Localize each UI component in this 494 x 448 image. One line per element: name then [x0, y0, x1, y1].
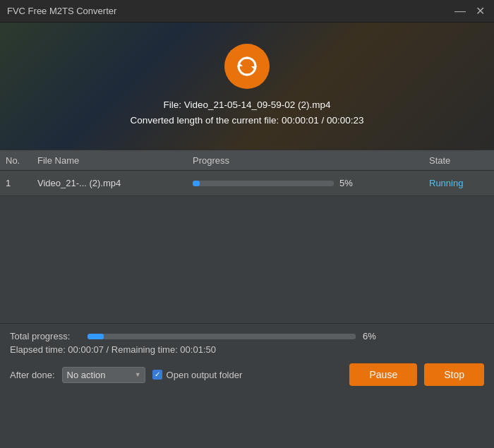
after-done-label: After done:: [10, 370, 55, 380]
empty-area: [0, 196, 494, 323]
file-progress-bar-fill: [193, 181, 200, 186]
convert-icon-circle: [224, 44, 270, 89]
open-folder-label: Open output folder: [167, 370, 243, 380]
col-filename: File Name: [32, 155, 187, 166]
total-progress-label: Total progress:: [10, 331, 80, 341]
converted-length-label: Converted length of the current file: 00…: [131, 113, 364, 128]
col-no: No.: [0, 155, 32, 166]
total-progress-bar-bg: [88, 334, 356, 339]
table-header: No. File Name Progress State: [0, 150, 494, 171]
convert-icon: [234, 54, 260, 79]
close-button[interactable]: ✕: [473, 4, 487, 18]
after-done-select-wrapper[interactable]: No action Exit application Shut down Hib…: [62, 367, 145, 383]
row-filename: Video_21-... (2).mp4: [32, 178, 187, 188]
col-progress: Progress: [187, 155, 423, 166]
pause-button[interactable]: Pause: [349, 363, 417, 386]
stop-button[interactable]: Stop: [424, 363, 484, 386]
row-state: Running: [423, 178, 494, 188]
total-progress-bar-fill: [88, 334, 104, 339]
col-state: State: [423, 155, 494, 166]
row-progress-cell: 5%: [187, 178, 423, 188]
minimize-button[interactable]: —: [453, 4, 467, 18]
bottom-section: Total progress: 6% Elapsed time: 00:00:0…: [0, 323, 494, 394]
svg-marker-1: [251, 66, 255, 71]
action-row: After done: No action Exit application S…: [10, 363, 484, 394]
window-title: FVC Free M2TS Converter: [7, 6, 116, 16]
banner: File: Video_21-05-14_09-59-02 (2).mp4 Co…: [0, 23, 494, 150]
elapsed-row: Elapsed time: 00:00:07 / Remaining time:…: [10, 344, 484, 355]
open-folder-section: Open output folder: [152, 370, 243, 380]
after-done-section: After done: No action Exit application S…: [10, 367, 242, 383]
total-progress-row: Total progress: 6%: [10, 331, 484, 341]
after-done-select[interactable]: No action Exit application Shut down Hib…: [62, 367, 145, 383]
banner-text: File: Video_21-05-14_09-59-02 (2).mp4 Co…: [131, 97, 364, 128]
action-buttons: Pause Stop: [349, 363, 484, 386]
open-folder-checkbox[interactable]: [152, 370, 162, 380]
table-row: 1 Video_21-... (2).mp4 5% Running: [0, 171, 494, 196]
window-controls: — ✕: [453, 4, 487, 18]
title-bar: FVC Free M2TS Converter — ✕: [0, 0, 494, 23]
row-no: 1: [0, 178, 32, 188]
row-progress-pct: 5%: [339, 178, 365, 188]
total-progress-pct: 6%: [363, 331, 388, 341]
file-label: File: Video_21-05-14_09-59-02 (2).mp4: [131, 97, 364, 113]
file-progress-bar-bg: [193, 181, 334, 186]
elapsed-label: Elapsed time: 00:00:07 / Remaining time:…: [10, 344, 216, 355]
svg-marker-0: [239, 62, 243, 66]
